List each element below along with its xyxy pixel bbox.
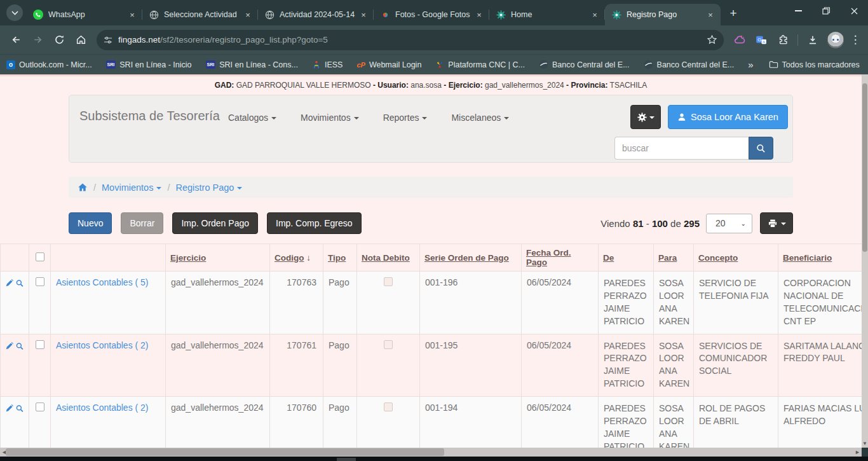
- back-button[interactable]: [5, 29, 27, 51]
- header-concepto[interactable]: Concepto: [694, 244, 778, 272]
- address-bar[interactable]: fingads.net/sf2/tesoreria/registro_pago_…: [97, 30, 724, 50]
- tab-close-icon[interactable]: ×: [474, 10, 484, 20]
- asientos-contables-link[interactable]: Asientos Contables ( 2): [56, 403, 149, 413]
- bookmark-sri-inicio[interactable]: SRI SRI en Línea - Inicio: [106, 60, 192, 69]
- print-button[interactable]: [760, 212, 793, 234]
- reload-button[interactable]: [48, 29, 70, 51]
- bookmark-sri-consultas[interactable]: SRI SRI en Línea - Cons...: [206, 60, 298, 69]
- menu-catalogos[interactable]: Catalogos: [228, 113, 276, 123]
- tab-registro-pago-active[interactable]: Registro Pago ×: [605, 4, 721, 25]
- nota-debito-checkbox: [384, 403, 393, 411]
- breadcrumb-separator: /: [167, 182, 170, 193]
- edit-pencil-icon[interactable]: [6, 279, 13, 288]
- chevron-down-icon: [271, 117, 276, 120]
- vertical-scrollbar[interactable]: ▼: [862, 74, 868, 448]
- header-tipo[interactable]: Tipo: [323, 244, 357, 272]
- close-window-button[interactable]: [840, 0, 868, 22]
- header-ejercicio[interactable]: Ejercicio: [166, 244, 270, 272]
- all-bookmarks-button[interactable]: Todos los marcadores: [769, 60, 860, 69]
- tab-actividad[interactable]: Actividad 2024-05-14 ×: [258, 4, 374, 25]
- header-fecha[interactable]: Fecha Ord. Pago: [522, 244, 599, 272]
- header-para[interactable]: Para: [654, 244, 694, 272]
- nuevo-button[interactable]: Nuevo: [69, 212, 112, 234]
- tab-search-button[interactable]: [6, 4, 23, 21]
- settings-gear-button[interactable]: [630, 105, 661, 129]
- bookmark-banco-central-2[interactable]: Banco Central del E...: [644, 60, 735, 69]
- imp-orden-pago-button[interactable]: Imp. Orden Pago: [172, 212, 258, 234]
- home-button[interactable]: [70, 29, 92, 51]
- cell-beneficiario: CORPORACION NACIONAL DE TELECOMUNICACI C…: [778, 272, 862, 334]
- page-size-select[interactable]: 20 ⌄: [706, 214, 752, 233]
- row-checkbox[interactable]: [36, 403, 44, 411]
- url-text[interactable]: fingads.net/sf2/tesoreria/registro_pago_…: [118, 35, 707, 45]
- weather-extension-icon[interactable]: [729, 29, 750, 51]
- bookmark-banco-central-1[interactable]: Banco Central del E...: [539, 60, 630, 69]
- paging-to: 100: [652, 218, 668, 229]
- search-button[interactable]: [749, 137, 773, 160]
- imp-comp-egreso-button[interactable]: Imp. Comp. Egreso: [267, 212, 362, 234]
- forward-button[interactable]: [27, 29, 48, 51]
- home-icon[interactable]: [78, 182, 88, 192]
- scroll-right-icon[interactable]: ►: [855, 449, 860, 455]
- maximize-button[interactable]: [812, 0, 840, 22]
- tab-close-icon[interactable]: ×: [358, 10, 369, 20]
- downloads-icon[interactable]: [802, 29, 824, 51]
- header-beneficiario[interactable]: Beneficiario: [778, 244, 862, 272]
- extensions-puzzle-icon[interactable]: [772, 29, 794, 51]
- minimize-button[interactable]: [784, 0, 812, 22]
- tab-google-fotos[interactable]: Fotos - Google Fotos ×: [374, 4, 489, 25]
- tab-seleccione-actividad[interactable]: Seleccione Actividad ×: [142, 4, 258, 25]
- chevron-down-icon: [156, 187, 161, 189]
- bookmark-star-icon[interactable]: [707, 34, 717, 45]
- bookmark-plataforma-cnc[interactable]: Plataforma CNC | C...: [435, 60, 525, 69]
- menu-movimientos[interactable]: Movimientos: [301, 113, 359, 123]
- menu-reportes[interactable]: Reportes: [383, 113, 428, 123]
- header-codigo[interactable]: Codigo ↓: [270, 244, 323, 272]
- browser-toolbar: fingads.net/sf2/tesoreria/registro_pago_…: [0, 25, 868, 54]
- tab-whatsapp[interactable]: WhatsApp ×: [27, 4, 142, 25]
- bookmark-webmail[interactable]: cP Webmail Login: [356, 60, 421, 69]
- edit-pencil-icon[interactable]: [6, 404, 13, 413]
- header-select-all: [29, 244, 51, 272]
- cell-tipo: Pago: [323, 334, 357, 397]
- user-account-button[interactable]: Sosa Loor Ana Karen: [668, 105, 788, 129]
- translate-icon[interactable]: GA: [750, 29, 772, 51]
- view-search-icon[interactable]: [16, 279, 24, 288]
- header-de[interactable]: De: [599, 244, 654, 272]
- tab-home[interactable]: Home ×: [489, 4, 605, 25]
- bookmark-iess[interactable]: IESS: [312, 60, 343, 69]
- tab-close-icon[interactable]: ×: [243, 10, 253, 20]
- bookmarks-overflow-icon[interactable]: »: [748, 59, 753, 70]
- header-asientos: [51, 244, 166, 272]
- asientos-contables-link[interactable]: Asientos Contables ( 2): [56, 340, 149, 350]
- header-nota-debito[interactable]: Nota Debito: [357, 244, 420, 272]
- scroll-down-icon[interactable]: ▼: [862, 441, 867, 446]
- edit-pencil-icon[interactable]: [6, 341, 13, 351]
- bookmark-outlook[interactable]: o Outlook.com - Micr...: [6, 60, 92, 69]
- menu-miscelaneos[interactable]: Miscelaneos: [451, 113, 509, 123]
- search-input[interactable]: [614, 137, 749, 160]
- horizontal-scrollbar-thumb[interactable]: [6, 448, 444, 456]
- view-search-icon[interactable]: [16, 404, 24, 413]
- borrar-button[interactable]: Borrar: [121, 212, 163, 234]
- row-checkbox[interactable]: [36, 340, 44, 349]
- forward-arrow-icon: [32, 34, 43, 45]
- breadcrumb-registro-pago[interactable]: Registro Pago: [175, 182, 242, 193]
- bookmark-label: Outlook.com - Micr...: [19, 60, 92, 69]
- new-tab-button[interactable]: +: [724, 4, 742, 22]
- tab-close-icon[interactable]: ×: [705, 10, 715, 20]
- bookmarks-bar: o Outlook.com - Micr... SRI SRI en Línea…: [0, 54, 868, 74]
- horizontal-scrollbar[interactable]: ◄ ►: [0, 448, 862, 457]
- select-all-checkbox[interactable]: [36, 252, 44, 261]
- asientos-contables-link[interactable]: Asientos Contables ( 5): [56, 277, 149, 287]
- profile-avatar[interactable]: [827, 32, 844, 48]
- tab-close-icon[interactable]: ×: [590, 10, 600, 20]
- row-checkbox[interactable]: [36, 277, 44, 286]
- vertical-scrollbar-thumb[interactable]: [862, 83, 867, 252]
- view-search-icon[interactable]: [16, 341, 24, 351]
- tab-close-icon[interactable]: ×: [127, 10, 137, 20]
- header-serie[interactable]: Serie Orden de Pago: [420, 244, 522, 272]
- browser-menu-icon[interactable]: ⋮: [848, 29, 863, 51]
- site-settings-icon[interactable]: [103, 35, 113, 45]
- breadcrumb-movimientos[interactable]: Movimientos: [102, 182, 161, 193]
